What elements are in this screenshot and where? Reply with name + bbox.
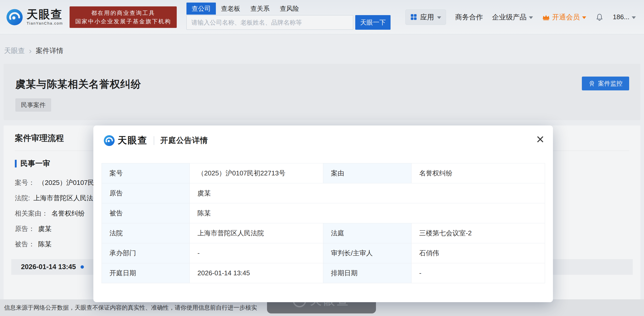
cell-label: 原告 xyxy=(102,183,190,203)
cell-value: 三楼第七会议室-2 xyxy=(412,223,545,243)
cell-value: 上海市普陀区人民法院 xyxy=(190,223,323,243)
cell-label: 法院 xyxy=(102,223,190,243)
cell-label: 案由 xyxy=(323,163,412,183)
modal-header-divider xyxy=(154,136,154,145)
cell-value: 石俏伟 xyxy=(412,243,545,263)
modal-title: 开庭公告详情 xyxy=(160,135,208,146)
hearing-announcement-modal: 天眼查 开庭公告详情 × 案号 （2025）沪0107民初22713号 案由 名… xyxy=(93,125,553,302)
table-row: 开庭日期 2026-01-14 13:45 排期日期 - xyxy=(102,263,545,283)
cell-label: 开庭日期 xyxy=(102,263,190,283)
table-row: 被告 陈某 xyxy=(102,203,545,223)
cell-label: 审判长/主审人 xyxy=(323,243,412,263)
cell-value: 名誉权纠纷 xyxy=(412,163,545,183)
cell-value: - xyxy=(190,243,323,263)
table-row: 法院 上海市普陀区人民法院 法庭 三楼第七会议室-2 xyxy=(102,223,545,243)
cell-label: 案号 xyxy=(102,163,190,183)
hearing-detail-table: 案号 （2025）沪0107民初22713号 案由 名誉权纠纷 原告 虞某 被告… xyxy=(102,163,545,283)
modal-header: 天眼查 开庭公告详情 × xyxy=(93,125,553,147)
cell-value: 虞某 xyxy=(190,183,545,203)
modal-logo-icon xyxy=(104,135,115,146)
table-row: 承办部门 - 审判长/主审人 石俏伟 xyxy=(102,243,545,263)
modal-brand-name: 天眼查 xyxy=(118,134,148,147)
cell-label: 被告 xyxy=(102,203,190,223)
cell-label: 承办部门 xyxy=(102,243,190,263)
table-row: 案号 （2025）沪0107民初22713号 案由 名誉权纠纷 xyxy=(102,163,545,183)
cell-label: 排期日期 xyxy=(323,263,412,283)
cell-value: - xyxy=(412,263,545,283)
close-icon[interactable]: × xyxy=(536,132,544,146)
cell-label: 法庭 xyxy=(323,223,412,243)
cell-value: 陈某 xyxy=(190,203,545,223)
cell-value: 2026-01-14 13:45 xyxy=(190,263,323,283)
table-row: 原告 虞某 xyxy=(102,183,545,203)
cell-value: （2025）沪0107民初22713号 xyxy=(190,163,323,183)
modal-brand: 天眼查 xyxy=(104,134,148,147)
